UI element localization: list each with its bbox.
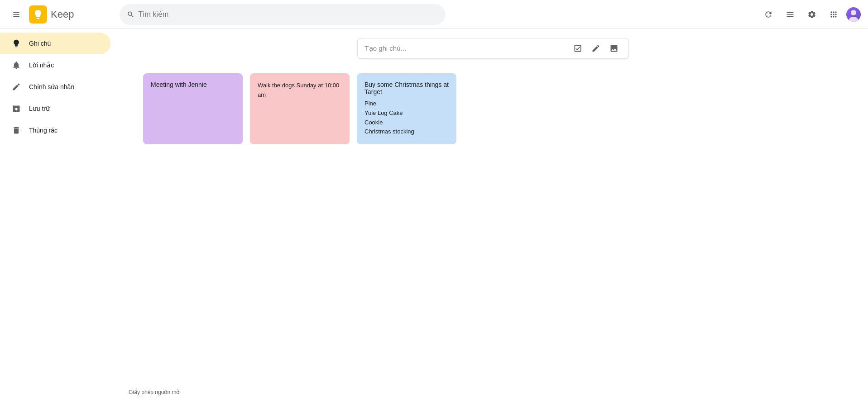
- sidebar: Ghi chú Lời nhắc Chỉnh sửa nhãn: [0, 29, 118, 399]
- note-item-cookie: Cookie: [364, 118, 449, 128]
- hamburger-button[interactable]: [7, 5, 25, 24]
- trash-icon: [11, 125, 22, 136]
- sidebar-item-archive-label: Lưu trữ: [29, 105, 50, 112]
- settings-icon: [807, 10, 816, 19]
- header-left: Keep: [7, 5, 116, 24]
- note-card-3[interactable]: Buy some Christmas things at Target Pine…: [357, 73, 456, 144]
- header-right: [759, 5, 861, 24]
- note-item-pine: Pine: [364, 99, 449, 109]
- sidebar-item-reminders-label: Lời nhắc: [29, 62, 54, 69]
- search-input[interactable]: [138, 10, 438, 19]
- note-item-stocking: Christmas stocking: [364, 127, 449, 137]
- note-item-yule: Yule Log Cake: [364, 109, 449, 118]
- header: Keep: [0, 0, 868, 29]
- checkbox-icon: [573, 44, 582, 53]
- note-title-3: Buy some Christmas things at Target: [364, 81, 449, 95]
- sidebar-item-edit-labels[interactable]: Chỉnh sửa nhãn: [0, 76, 110, 98]
- refresh-button[interactable]: [759, 5, 777, 24]
- sidebar-item-notes[interactable]: Ghi chú: [0, 33, 110, 54]
- image-icon: [609, 44, 619, 53]
- create-note-actions: [571, 41, 621, 56]
- sidebar-item-trash-label: Thùng rác: [29, 127, 58, 134]
- search-bar[interactable]: [120, 4, 446, 25]
- pencil-icon: [591, 44, 600, 53]
- note-card-1[interactable]: Meeting with Jennie: [143, 73, 243, 144]
- list-view-button[interactable]: [781, 5, 799, 24]
- create-note-bar[interactable]: Tạo ghi chú...: [357, 38, 629, 59]
- main-content: Tạo ghi chú...: [118, 29, 868, 399]
- sidebar-item-trash[interactable]: Thùng rác: [0, 119, 110, 141]
- note-items-3: Pine Yule Log Cake Cookie Christmas stoc…: [364, 99, 449, 137]
- create-note-placeholder[interactable]: Tạo ghi chú...: [365, 44, 571, 52]
- avatar[interactable]: [846, 7, 861, 22]
- app-logo: [29, 5, 47, 24]
- list-view-icon: [786, 10, 795, 19]
- open-source-link[interactable]: Giấy phép nguồn mở: [129, 389, 179, 395]
- note-body-2: Walk the dogs Sunday at 10:00 am: [258, 81, 342, 100]
- note-card-2[interactable]: Walk the dogs Sunday at 10:00 am: [250, 73, 350, 144]
- new-image-button[interactable]: [607, 41, 621, 56]
- notes-icon: [11, 38, 22, 49]
- new-drawing-button[interactable]: [589, 41, 603, 56]
- new-checklist-button[interactable]: [571, 41, 585, 56]
- sidebar-item-reminders[interactable]: Lời nhắc: [0, 54, 110, 76]
- sidebar-item-notes-label: Ghi chú: [29, 40, 51, 47]
- notes-grid: Meeting with Jennie Walk the dogs Sunday…: [125, 73, 861, 144]
- refresh-icon: [764, 10, 773, 19]
- footer: Giấy phép nguồn mở: [118, 385, 868, 399]
- layout: Ghi chú Lời nhắc Chỉnh sửa nhãn: [0, 29, 868, 399]
- edit-labels-icon: [11, 81, 22, 92]
- app-title: Keep: [51, 9, 74, 20]
- sidebar-item-edit-labels-label: Chỉnh sửa nhãn: [29, 83, 74, 90]
- svg-point-4: [849, 17, 858, 22]
- settings-button[interactable]: [803, 5, 821, 24]
- search-icon: [127, 10, 134, 19]
- svg-point-3: [851, 10, 856, 15]
- note-title-1: Meeting with Jennie: [151, 81, 235, 88]
- apps-button[interactable]: [825, 5, 843, 24]
- sidebar-item-archive[interactable]: Lưu trữ: [0, 98, 110, 119]
- reminders-icon: [11, 60, 22, 71]
- archive-icon: [11, 103, 22, 114]
- apps-icon: [829, 10, 838, 19]
